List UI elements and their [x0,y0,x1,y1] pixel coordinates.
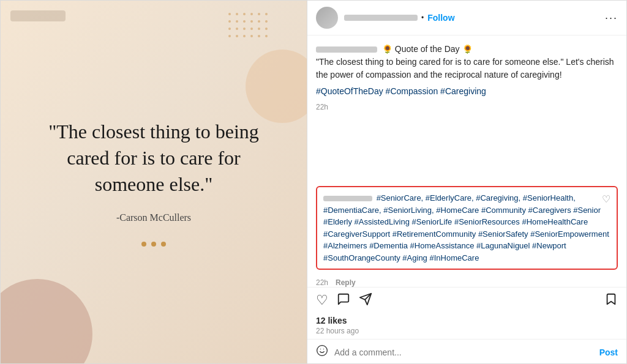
avatar [316,7,338,29]
comment-timestamp: 22h [316,278,328,287]
username-blur [344,15,418,21]
like-button[interactable]: ♡ [316,294,328,307]
comment-hashtags: #SeniorCare, #ElderlyCare, #Caregiving, … [323,193,609,262]
reply-button[interactable]: Reply [336,278,356,287]
comment-footer: 22h Reply [307,278,626,287]
bookmark-button[interactable] [604,292,618,308]
likes-count: 12 likes [316,316,618,325]
post-image: "The closest thing to being cared for is… [1,1,307,364]
add-comment-bar: Post [307,339,626,364]
post-age: 22 hours ago [316,327,618,335]
logo [10,10,66,21]
dot-separator: • [421,13,424,22]
post-comment-button[interactable]: Post [599,347,618,357]
author-text: -Carson McCullers [116,212,191,223]
comment-button[interactable] [337,292,350,308]
likes-section: 12 likes 22 hours ago [307,313,626,339]
post-header: • Follow ··· [307,1,626,35]
caption-body: "The closest thing to being cared for is… [316,57,614,80]
caption-hashtags: #QuoteOfTheDay #Compassion #Caregiving [316,85,618,98]
caption-text: 🌻 Quote of the Day 🌻 "The closest thing … [316,43,618,81]
caption-header: 🌻 Quote of the Day 🌻 [382,44,473,54]
quote-text: "The closest thing to being cared for is… [19,119,288,198]
header-username-area: • Follow [344,13,599,23]
right-panel: • Follow ··· 🌻 Quote of the Day 🌻 "The c… [307,1,626,364]
follow-button[interactable]: Follow [427,13,454,23]
comment-heart-icon[interactable]: ♡ [602,192,610,207]
more-options-button[interactable]: ··· [605,12,618,23]
dots-decoration [228,13,270,40]
action-bar: ♡ [307,287,626,313]
comment-highlight-box: #SeniorCare, #ElderlyCare, #Caregiving, … [316,186,618,270]
share-button[interactable] [359,292,372,308]
emoji-button[interactable] [316,344,328,360]
caption-username [316,46,377,53]
caption-area: 🌻 Quote of the Day 🌻 "The closest thing … [307,35,626,181]
svg-point-2 [317,346,328,356]
bottom-dots-decoration [141,242,166,247]
comment-username [323,196,372,201]
comment-input[interactable] [334,347,593,357]
post-timestamp-caption: 22h [316,102,618,113]
